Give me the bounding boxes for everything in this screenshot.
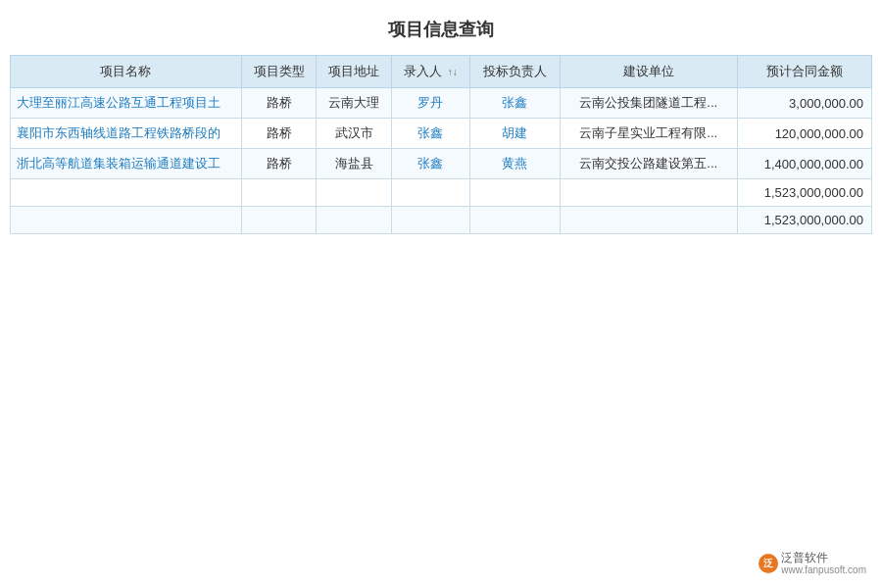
col-header-entry: 录入人 ↑↓: [391, 56, 469, 88]
cell-name[interactable]: 大理至丽江高速公路互通工程项目土: [11, 88, 242, 119]
col-header-unit: 建设单位: [560, 56, 737, 88]
cell-name: [11, 207, 242, 234]
col-header-name: 项目名称: [11, 56, 242, 88]
cell-entry_person[interactable]: 张鑫: [391, 119, 469, 149]
cell-build_unit: [560, 179, 737, 207]
table-row: 1,523,000,000.00: [11, 179, 872, 207]
col-header-bid: 投标负责人: [469, 56, 560, 88]
cell-entry_person[interactable]: 张鑫: [391, 149, 469, 179]
cell-location: 武汉市: [317, 119, 392, 149]
table-row: 襄阳市东西轴线道路工程铁路桥段的路桥武汉市张鑫胡建云南子星实业工程有限...12…: [11, 119, 872, 149]
table-row: 1,523,000,000.00: [11, 207, 872, 234]
cell-location: 海盐县: [317, 149, 392, 179]
project-table: 项目名称 项目类型 项目地址 录入人 ↑↓ 投标负责人 建设单位 预计合同金额 …: [10, 55, 872, 234]
watermark-text: 泛普软件 www.fanpusoft.com: [781, 551, 866, 576]
cell-build_unit: 云南公投集团隧道工程...: [560, 88, 737, 119]
table-wrapper: 项目名称 项目类型 项目地址 录入人 ↑↓ 投标负责人 建设单位 预计合同金额 …: [0, 55, 882, 234]
table-header-row: 项目名称 项目类型 项目地址 录入人 ↑↓ 投标负责人 建设单位 预计合同金额: [11, 56, 872, 88]
cell-amount: 1,523,000,000.00: [737, 179, 871, 207]
cell-entry_person: [391, 179, 469, 207]
cell-amount: 1,400,000,000.00: [737, 149, 871, 179]
cell-name: [11, 179, 242, 207]
cell-type: [241, 207, 317, 234]
cell-bid_person: [469, 179, 560, 207]
cell-bid_person[interactable]: 张鑫: [469, 88, 560, 119]
cell-amount: 120,000,000.00: [737, 119, 871, 149]
cell-location: 云南大理: [317, 88, 392, 119]
cell-entry_person: [391, 207, 469, 234]
table-row: 浙北高等航道集装箱运输通道建设工路桥海盐县张鑫黄燕云南交投公路建设第五...1,…: [11, 149, 872, 179]
cell-type: 路桥: [241, 88, 317, 119]
cell-type: [241, 179, 317, 207]
cell-bid_person[interactable]: 黄燕: [469, 149, 560, 179]
cell-build_unit: 云南子星实业工程有限...: [560, 119, 737, 149]
brand-name: 泛普软件: [781, 551, 866, 564]
watermark-logo: 泛 泛普软件 www.fanpusoft.com: [759, 551, 866, 576]
cell-entry_person[interactable]: 罗丹: [391, 88, 469, 119]
cell-build_unit: 云南交投公路建设第五...: [560, 149, 737, 179]
brand-url: www.fanpusoft.com: [781, 564, 866, 576]
cell-build_unit: [560, 207, 737, 234]
cell-type: 路桥: [241, 119, 317, 149]
page-title: 项目信息查询: [0, 0, 882, 55]
cell-name[interactable]: 襄阳市东西轴线道路工程铁路桥段的: [11, 119, 242, 149]
cell-amount: 1,523,000,000.00: [737, 207, 871, 234]
cell-location: [317, 207, 392, 234]
table-row: 大理至丽江高速公路互通工程项目土路桥云南大理罗丹张鑫云南公投集团隧道工程...3…: [11, 88, 872, 119]
cell-type: 路桥: [241, 149, 317, 179]
sort-icon[interactable]: ↑↓: [448, 67, 458, 77]
cell-name[interactable]: 浙北高等航道集装箱运输通道建设工: [11, 149, 242, 179]
watermark-icon: 泛: [759, 554, 778, 573]
cell-location: [317, 179, 392, 207]
watermark: 泛 泛普软件 www.fanpusoft.com: [759, 551, 866, 576]
cell-amount: 3,000,000.00: [737, 88, 871, 119]
col-header-type: 项目类型: [241, 56, 317, 88]
col-header-location: 项目地址: [317, 56, 392, 88]
cell-bid_person: [469, 207, 560, 234]
col-header-amount: 预计合同金额: [737, 56, 871, 88]
cell-bid_person[interactable]: 胡建: [469, 119, 560, 149]
